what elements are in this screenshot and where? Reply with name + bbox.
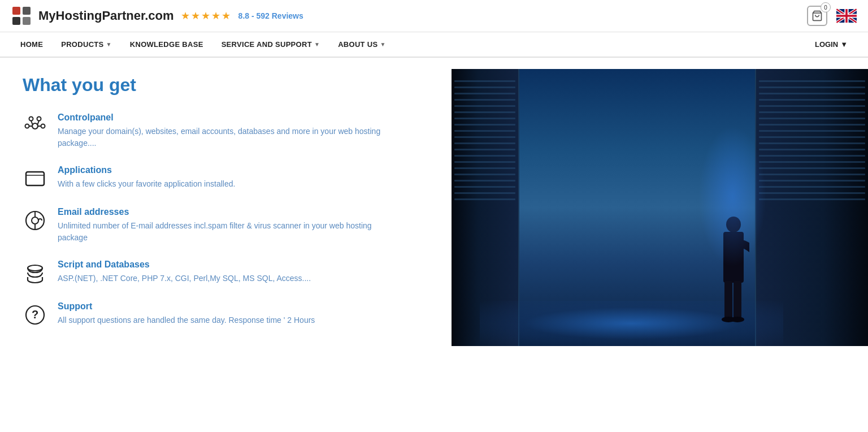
products-caret: ▼: [106, 41, 112, 47]
logo-text: MyHostingPartner.com: [38, 8, 174, 23]
nav-right: LOGIN ▼: [806, 32, 857, 57]
nav-products[interactable]: PRODUCTS ▼: [52, 32, 121, 57]
databases-desc: ASP.(NET), .NET Core, PHP 7.x, CGI, Perl…: [58, 273, 311, 284]
databases-content: Script and Databases ASP.(NET), .NET Cor…: [58, 260, 311, 284]
applications-content: Applications With a few clicks your favo…: [58, 165, 235, 190]
support-content: Support All support questions are handle…: [58, 301, 315, 326]
svg-point-7: [25, 124, 29, 128]
feature-support: ? Support All support questions are hand…: [23, 301, 435, 327]
svg-point-6: [32, 123, 38, 129]
cart-count: 0: [821, 2, 831, 12]
svg-point-21: [28, 265, 42, 271]
star-rating: ★★★★★: [181, 10, 232, 22]
navigation: HOME PRODUCTS ▼ KNOWLEDGE BASE SERVICE A…: [0, 32, 868, 58]
support-title: Support: [58, 301, 315, 312]
nav-service-support[interactable]: SERVICE AND SUPPORT ▼: [212, 32, 329, 57]
login-button[interactable]: LOGIN ▼: [806, 32, 857, 57]
nav-about-us[interactable]: ABOUT US ▼: [329, 32, 395, 57]
feature-databases: Script and Databases ASP.(NET), .NET Cor…: [23, 260, 435, 286]
svg-point-9: [29, 117, 33, 121]
about-caret: ▼: [380, 41, 385, 47]
svg-rect-15: [26, 172, 44, 185]
databases-title: Script and Databases: [58, 260, 311, 270]
applications-title: Applications: [58, 165, 235, 175]
svg-rect-25: [723, 232, 744, 283]
svg-line-13: [31, 121, 33, 125]
feature-applications: Applications With a few clicks your favo…: [23, 165, 435, 191]
right-panel: [452, 69, 868, 360]
email-content: Email addresses Unlimited number of E-ma…: [58, 207, 385, 244]
database-icon: [23, 261, 47, 286]
svg-point-24: [726, 217, 741, 232]
svg-rect-0: [12, 7, 20, 15]
header: MyHostingPartner.com ★★★★★ 8.8 - 592 Rev…: [0, 0, 868, 32]
nodes-icon: [23, 114, 47, 139]
controlpanel-title: Controlpanel: [58, 113, 385, 123]
server-room-image: [452, 69, 868, 346]
svg-point-18: [32, 217, 38, 224]
email-desc: Unlimited number of E-mail addresses inc…: [58, 220, 385, 244]
controlpanel-desc: Manage your domain(s), websites, email a…: [58, 126, 385, 149]
svg-text:?: ?: [32, 308, 38, 321]
reviews-text: 8.8 - 592 Reviews: [238, 11, 303, 20]
person-silhouette: [715, 210, 749, 323]
support-icon: ?: [23, 303, 47, 327]
feature-email: Email addresses Unlimited number of E-ma…: [23, 207, 435, 244]
svg-rect-3: [23, 17, 31, 25]
main-content: What you get Controlpanel Manage yo: [0, 58, 868, 360]
svg-rect-1: [23, 7, 31, 15]
email-title: Email addresses: [58, 207, 385, 217]
nav-left: HOME PRODUCTS ▼ KNOWLEDGE BASE SERVICE A…: [11, 32, 395, 57]
svg-rect-26: [724, 281, 732, 321]
controlpanel-content: Controlpanel Manage your domain(s), webs…: [58, 113, 385, 149]
left-panel: What you get Controlpanel Manage yo: [0, 69, 452, 360]
applications-desc: With a few clicks your favorite applicat…: [58, 178, 235, 190]
login-caret: ▼: [840, 40, 848, 49]
svg-line-14: [38, 121, 40, 125]
support-desc: All support questions are handled the sa…: [58, 314, 315, 326]
svg-point-10: [37, 117, 41, 121]
section-title: What you get: [23, 75, 435, 96]
applications-icon: [23, 166, 47, 191]
svg-point-8: [41, 124, 45, 128]
header-right: 0: [807, 6, 857, 26]
cart-button[interactable]: 0: [807, 6, 827, 26]
feature-controlpanel: Controlpanel Manage your domain(s), webs…: [23, 113, 435, 149]
svg-rect-2: [12, 17, 20, 25]
email-icon: [23, 208, 47, 233]
nav-knowledge-base[interactable]: KNOWLEDGE BASE: [121, 32, 212, 57]
nav-home[interactable]: HOME: [11, 32, 52, 57]
logo-icon: [11, 6, 32, 26]
header-left: MyHostingPartner.com ★★★★★ 8.8 - 592 Rev…: [11, 6, 303, 26]
language-selector[interactable]: [836, 8, 857, 24]
service-caret: ▼: [314, 41, 320, 47]
svg-point-29: [731, 317, 744, 322]
svg-rect-27: [734, 281, 741, 321]
